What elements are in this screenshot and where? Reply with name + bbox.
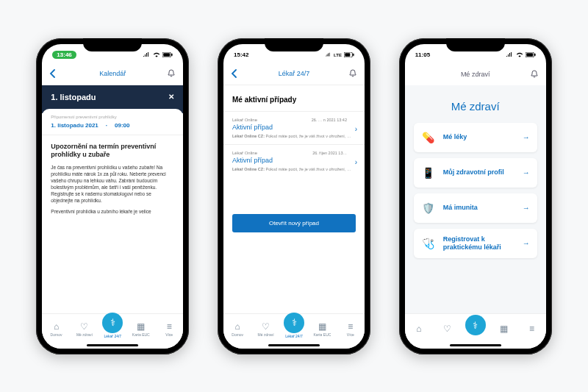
- menu-icon: ≡: [167, 321, 172, 332]
- home-icon: ⌂: [54, 321, 59, 332]
- qr-icon: ▦: [318, 321, 326, 332]
- card-p1: Je čas na preventivní prohlídku u vašeho…: [51, 164, 174, 204]
- stethoscope-icon: ⚕: [102, 313, 123, 333]
- home-icon: ⌂: [235, 321, 240, 332]
- notification-button[interactable]: [530, 70, 539, 79]
- schedule-row[interactable]: 1. listopadu 2021 · 09:00: [42, 121, 183, 135]
- nav-more[interactable]: ≡Více: [337, 321, 365, 337]
- svg-rect-7: [526, 53, 533, 56]
- back-button[interactable]: [49, 69, 55, 78]
- menu-health-profile[interactable]: 📱 Můj zdravotní profil →: [414, 158, 537, 188]
- nav-card[interactable]: ▦Karta EUC: [127, 321, 155, 337]
- shield-icon: 🛡️: [421, 199, 436, 217]
- arrow-right-icon: →: [523, 168, 530, 177]
- schedule-sep: ·: [106, 122, 107, 129]
- case-item[interactable]: Lékař Online Aktivní případ 26. … n 2021…: [223, 111, 365, 144]
- menu-label: Můj zdravotní profil: [443, 168, 523, 177]
- case-msg: Lékař Online CZ: Pokud máte pocit, že je…: [232, 134, 356, 138]
- notification-button[interactable]: [348, 69, 357, 78]
- status-icons: [506, 52, 536, 57]
- bell-icon: [348, 69, 357, 78]
- wifi-icon: [516, 52, 523, 57]
- chevron-right-icon: ›: [355, 125, 357, 133]
- nav-home[interactable]: ⌂Domov: [42, 321, 70, 337]
- close-button[interactable]: ✕: [168, 93, 174, 101]
- header-title: Lékař 24/7: [279, 70, 310, 77]
- header: Lékař 24/7: [223, 63, 365, 85]
- nav-health[interactable]: ♡: [433, 324, 461, 334]
- phone-cases: 15:42 LTE Lékař 24/7 Mé aktivní případy …: [218, 38, 370, 354]
- wifi-icon: [153, 52, 160, 57]
- nav-card[interactable]: ▦: [490, 324, 517, 334]
- home-indicator[interactable]: [87, 344, 138, 346]
- chevron-left-icon: [49, 69, 55, 78]
- case-date: 26. říjen 2021 13…: [312, 151, 347, 155]
- phone-icon: 📱: [421, 164, 436, 182]
- bottom-nav: ⌂Domov ♡Mé zdraví ⚕Lékař 24/7 ▦Karta EUC…: [223, 313, 365, 349]
- home-icon: ⌂: [416, 324, 421, 334]
- svg-rect-4: [345, 53, 350, 56]
- nav-more[interactable]: ≡Více: [155, 321, 183, 337]
- nav-health[interactable]: ♡Mé zdraví: [71, 321, 98, 337]
- stethoscope-icon: ⚕: [284, 313, 304, 333]
- nav-doctor[interactable]: ⚕Lékař 24/7: [98, 320, 126, 338]
- menu-label: Mé léky: [443, 133, 523, 141]
- header: Mé zdraví: [405, 63, 546, 85]
- svg-rect-2: [172, 54, 173, 57]
- arrow-right-icon: →: [523, 204, 530, 212]
- schedule-date: 1. listopadu 2021: [51, 122, 98, 129]
- bell-icon: [530, 70, 539, 79]
- status-icons: LTE: [326, 52, 354, 57]
- nav-home[interactable]: ⌂Domov: [223, 321, 251, 337]
- menu-label: Registrovat k praktickému lékaři: [443, 235, 523, 252]
- menu-immunity[interactable]: 🛡️ Má imunita →: [414, 193, 537, 223]
- banner-date: 1. listopadu: [51, 93, 96, 101]
- heart-icon: ♡: [443, 324, 451, 334]
- chevron-left-icon: [231, 69, 237, 78]
- heart-icon: ♡: [80, 321, 88, 332]
- svg-rect-5: [353, 54, 354, 57]
- phone-calendar: 13:46 Kalendář 1. listopadu ✕ Připomenut…: [36, 38, 189, 354]
- case-item[interactable]: Lékař Online Aktivní případ 26. říjen 20…: [223, 144, 365, 177]
- back-button[interactable]: [231, 69, 237, 78]
- notch: [83, 38, 142, 51]
- nav-home[interactable]: ⌂: [405, 324, 433, 334]
- menu-my-meds[interactable]: 💊 Mé léky →: [414, 123, 537, 152]
- nav-doctor[interactable]: ⚕: [461, 322, 489, 335]
- schedule-time: 09:00: [115, 122, 129, 129]
- nav-more[interactable]: ≡: [517, 324, 545, 334]
- pills-icon: 💊: [421, 129, 436, 146]
- svg-rect-8: [534, 54, 535, 57]
- status-time: 15:42: [234, 51, 248, 58]
- case-msg: Lékař Online CZ: Pokud máte pocit, že je…: [232, 167, 356, 171]
- nav-doctor[interactable]: ⚕Lékař 24/7: [280, 320, 308, 338]
- new-case-button[interactable]: Otevřít nový případ: [232, 214, 356, 232]
- status-time-pill: 13:46: [52, 51, 76, 59]
- home-indicator[interactable]: [268, 344, 320, 346]
- battery-icon: [526, 52, 536, 57]
- case-date: 26. … n 2021 13:42: [312, 118, 347, 122]
- qr-icon: ▦: [500, 324, 508, 334]
- doctor-icon: 🩺: [421, 235, 436, 252]
- bell-icon: [167, 69, 176, 78]
- case-name: Aktivní případ: [232, 157, 356, 164]
- home-indicator[interactable]: [450, 344, 501, 346]
- nav-card[interactable]: ▦Karta EUC: [308, 321, 336, 337]
- nav-health[interactable]: ♡Mé zdraví: [251, 321, 279, 337]
- menu-icon: ≡: [348, 321, 353, 332]
- bottom-nav: ⌂ ♡ ⚕ ▦ ≡: [405, 313, 546, 349]
- network-label: LTE: [334, 53, 342, 57]
- notification-button[interactable]: [167, 69, 176, 78]
- case-name: Aktivní případ: [232, 124, 356, 131]
- header-title: Kalendář: [99, 70, 126, 77]
- qr-icon: ▦: [137, 321, 145, 332]
- reminder-card: Připomenutí preventivní prohlídky 1. lis…: [42, 109, 183, 215]
- card-title: Upozornění na termín preventivní prohlíd…: [42, 135, 183, 164]
- header-title: Mé zdraví: [461, 71, 490, 78]
- card-body: Je čas na preventivní prohlídku u vašeho…: [42, 164, 183, 215]
- signal-icon: [326, 52, 331, 57]
- arrow-right-icon: →: [523, 133, 530, 141]
- chevron-right-icon: ›: [355, 158, 357, 166]
- menu-register-doctor[interactable]: 🩺 Registrovat k praktickému lékaři →: [414, 229, 537, 258]
- reminder-label: Připomenutí preventivní prohlídky: [42, 109, 183, 121]
